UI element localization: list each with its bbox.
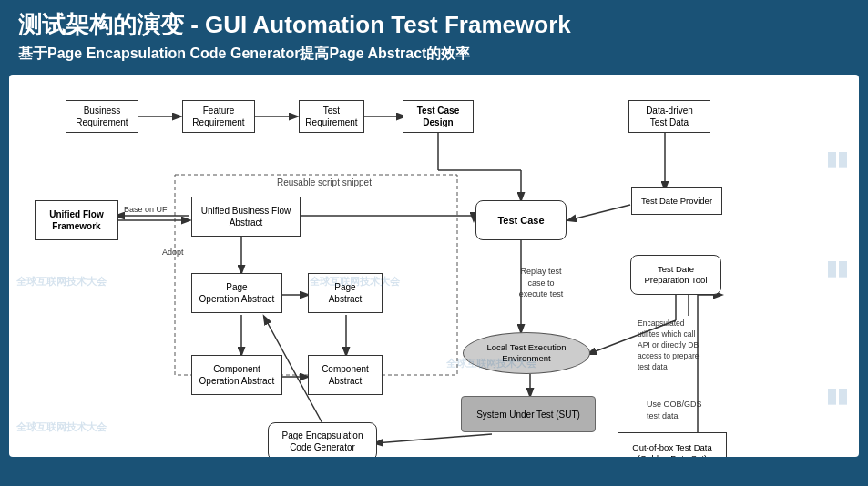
component-operation-abstract-box: ComponentOperation Abstract xyxy=(191,355,282,395)
business-requirement-box: BusinessRequirement xyxy=(66,100,138,133)
replay-label: Replay testcase toexecute test xyxy=(505,266,577,300)
test-case-box: Test Case xyxy=(475,200,567,240)
snippet-label: Reusable script snippet xyxy=(277,177,372,187)
page-abstract-box: PageAbstract xyxy=(308,273,383,313)
data-driven-box: Data-drivenTest Data xyxy=(628,100,710,133)
adopt-label: Adopt xyxy=(162,248,184,257)
test-date-prep-box: Test DatePreparation Tool xyxy=(630,255,721,295)
oob-gds-label: Use OOB/GDStest data xyxy=(647,399,729,421)
watermark-1: 全球互联网技术大会 xyxy=(16,275,107,289)
local-test-execution-box: Local Test ExecutionEnvironment xyxy=(463,332,590,374)
watermark-4: 全球互联网技术大会 xyxy=(16,420,107,434)
diagram-container: BusinessRequirement FeatureRequirement T… xyxy=(9,75,859,457)
out-of-box-data-box: Out-of-box Test Data(Golden Data Set) xyxy=(618,432,727,457)
system-under-test-box: System Under Test (SUT) xyxy=(461,396,596,432)
svg-line-25 xyxy=(375,434,492,443)
logo-watermark-bot: ▮▮ xyxy=(826,384,848,408)
test-case-design-box: Test CaseDesign xyxy=(403,100,474,133)
header-section: 测试架构的演变 - GUI Automation Test Framework … xyxy=(0,0,868,75)
logo-watermark-mid: ▮▮ xyxy=(826,257,848,280)
sub-title: 基于Page Encapsulation Code Generator提高Pag… xyxy=(18,45,850,64)
encapsulated-utilities-label: Encapsulatedutilites which callAPI or di… xyxy=(638,319,736,372)
test-requirement-box: TestRequirement xyxy=(299,100,364,133)
test-date-provider-box: Test Date Provider xyxy=(631,187,722,215)
page-operation-abstract-box: PageOperation Abstract xyxy=(191,273,282,313)
unified-business-flow-box: Unified Business FlowAbstract xyxy=(191,197,301,237)
main-title: 测试架构的演变 - GUI Automation Test Framework xyxy=(18,9,850,41)
logo-watermark-top: ▮▮ xyxy=(826,147,848,171)
page-encapsulation-box: Page EncapsulationCode Generator xyxy=(268,422,377,457)
feature-requirement-box: FeatureRequirement xyxy=(182,100,255,133)
base-on-uf-label: Base on UF xyxy=(124,205,168,214)
svg-line-9 xyxy=(568,205,630,220)
unified-flow-framework-box: Unified FlowFramework xyxy=(35,200,118,240)
component-abstract-box: ComponentAbstract xyxy=(308,355,383,395)
